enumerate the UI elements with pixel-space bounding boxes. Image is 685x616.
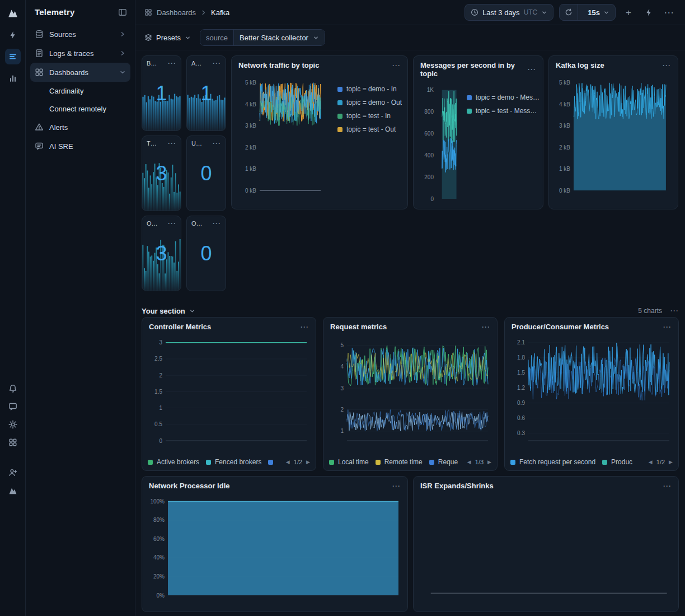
network-processor-idle-plot[interactable]: 100%80%60%40%20%0% [149, 492, 402, 603]
pager-next-icon[interactable]: ▶ [669, 459, 673, 465]
ellipsis-icon[interactable]: ⋯ [167, 221, 176, 226]
legend-item[interactable]: Remote time [376, 458, 423, 466]
chevron-down-icon [119, 69, 126, 76]
chart-menu-icon[interactable]: ⋯ [663, 325, 672, 329]
chart-menu-icon[interactable]: ⋯ [392, 484, 401, 488]
chart-menu-icon[interactable]: ⋯ [663, 484, 672, 488]
stat-card-offline[interactable]: O…⋯ 0 [186, 216, 226, 291]
stat-value: 3 [142, 162, 181, 185]
pager-label: 1/2 [294, 459, 302, 465]
stat-card-under-replicated[interactable]: U…⋯ 0 [186, 136, 226, 211]
sidebar-item-ai-sre[interactable]: AI SRE [30, 137, 130, 156]
ellipsis-icon[interactable]: ⋯ [167, 61, 176, 66]
legend-swatch [510, 460, 515, 465]
sidebar-item-sources[interactable]: Sources [30, 25, 130, 44]
ellipsis-icon[interactable]: ⋯ [167, 141, 176, 146]
refresh-interval-label: 15s [588, 8, 600, 17]
legend-item[interactable]: Fetch request per second [510, 458, 595, 466]
collapse-sidebar-icon[interactable] [118, 8, 127, 17]
refresh-interval-button[interactable]: 15s [582, 8, 615, 17]
svg-text:5 kB: 5 kB [559, 80, 570, 86]
invite-user-icon[interactable] [5, 465, 21, 480]
producer-consumer-plot[interactable]: 2.11.81.51.20.90.60.3 [512, 333, 673, 449]
quick-actions-bolt-icon[interactable] [641, 5, 656, 20]
stat-card-topics[interactable]: T…⋯ 3 [142, 136, 181, 211]
time-zone-label: UTC [524, 8, 538, 16]
clock-icon [471, 8, 478, 16]
stat-value: 1 [187, 82, 226, 105]
legend-item[interactable]: Fenced brokers [206, 458, 261, 466]
workspace-logo-icon[interactable] [5, 483, 21, 498]
isr-expands-shrinks-plot[interactable] [420, 492, 673, 603]
more-menu-icon[interactable]: ⋯ [661, 5, 676, 20]
refresh-now-button[interactable] [560, 4, 578, 21]
kafka-log-size-plot[interactable]: 5 kB4 kB3 kB2 kB1 kB0 kB [556, 72, 672, 198]
svg-text:2.5: 2.5 [154, 356, 162, 362]
legend-item[interactable]: Local time [329, 458, 369, 466]
chart-menu-icon[interactable]: ⋯ [481, 325, 490, 329]
pager-next-icon[interactable]: ▶ [306, 459, 310, 465]
legend-item[interactable] [268, 460, 277, 465]
telemetry-icon[interactable] [5, 49, 21, 64]
controller-metrics-plot[interactable]: 32.521.510.50 [149, 333, 310, 449]
add-chart-button[interactable]: + [621, 5, 636, 20]
stat-card-online[interactable]: O…⋯ 3 [142, 216, 181, 291]
pager-next-icon[interactable]: ▶ [487, 459, 491, 465]
theme-sun-icon[interactable] [5, 417, 21, 432]
section-toggle[interactable]: Your section [142, 307, 195, 315]
presets-button[interactable]: Presets [144, 34, 191, 42]
svg-text:1: 1 [159, 405, 162, 411]
bottom-charts-row: Network Processor Idle ⋯ 100%80%60%40%20… [142, 476, 679, 612]
svg-text:3: 3 [340, 385, 344, 391]
chart-menu-icon[interactable]: ⋯ [662, 63, 671, 68]
chart-menu-icon[interactable]: ⋯ [300, 325, 309, 329]
notifications-bell-icon[interactable] [5, 381, 21, 396]
legend-item[interactable]: Active brokers [148, 458, 199, 466]
legend-item[interactable]: topic = test - In [337, 112, 402, 120]
pager-prev-icon[interactable]: ◀ [286, 459, 290, 465]
feedback-chat-icon[interactable] [5, 399, 21, 414]
source-select[interactable]: source Better Stack collector [200, 29, 325, 46]
sidebar-item-cardinality[interactable]: Cardinality [30, 82, 130, 100]
stat-card-brokers[interactable]: B…⋯ 1 [142, 55, 181, 131]
pager-prev-icon[interactable]: ◀ [467, 459, 471, 465]
chart-title: Request metrics [330, 323, 387, 331]
svg-text:1.8: 1.8 [517, 354, 525, 361]
legend-item[interactable]: topic = test - Mess… [467, 107, 539, 115]
sidebar-item-logs-traces[interactable]: Logs & traces [30, 44, 130, 63]
ellipsis-icon[interactable]: ⋯ [212, 221, 221, 226]
sidebar-item-connect-remotely[interactable]: Connect remotely [30, 100, 130, 118]
stat-card-active[interactable]: A…⋯ 1 [186, 55, 226, 131]
time-range-label: Last 3 days [482, 8, 520, 17]
legend-item[interactable]: Produc [602, 458, 632, 466]
sidebar-item-dashboards[interactable]: Dashboards [30, 63, 130, 82]
legend-item[interactable]: topic = demo - Out [337, 99, 402, 106]
dashboards-grid-icon [35, 68, 44, 77]
reports-icon[interactable] [5, 71, 21, 86]
sidebar-nav: Sources Logs & traces Dashboards Cardina… [26, 22, 135, 158]
legend-swatch [268, 460, 273, 465]
time-range-button[interactable]: Last 3 days UTC [465, 4, 553, 21]
chart-legend: Fetch request per second Produc [510, 458, 632, 466]
svg-text:0 kB: 0 kB [559, 188, 570, 194]
section-menu-icon[interactable]: ⋯ [670, 309, 679, 313]
sidebar-item-alerts[interactable]: Alerts [30, 118, 130, 137]
ellipsis-icon[interactable]: ⋯ [212, 61, 221, 66]
legend-item[interactable]: topic = test - Out [337, 125, 402, 133]
legend-item[interactable]: topic = demo - Mes… [467, 94, 539, 101]
svg-text:2 kB: 2 kB [559, 144, 570, 151]
chart-menu-icon[interactable]: ⋯ [527, 67, 536, 72]
svg-text:3 kB: 3 kB [245, 123, 256, 129]
better-stack-logo[interactable] [6, 6, 20, 20]
ellipsis-icon[interactable]: ⋯ [212, 141, 221, 146]
svg-text:0.5: 0.5 [154, 421, 162, 427]
request-metrics-plot[interactable]: 54321 [330, 333, 491, 449]
apps-grid-icon[interactable] [5, 435, 21, 450]
breadcrumb-dashboards[interactable]: Dashboards [157, 8, 196, 17]
pager-prev-icon[interactable]: ◀ [649, 459, 653, 465]
chart-menu-icon[interactable]: ⋯ [392, 63, 401, 68]
svg-text:2: 2 [340, 407, 344, 413]
legend-item[interactable]: Reque [429, 458, 458, 466]
uptime-icon[interactable] [5, 27, 21, 43]
legend-item[interactable]: topic = demo - In [337, 85, 402, 93]
